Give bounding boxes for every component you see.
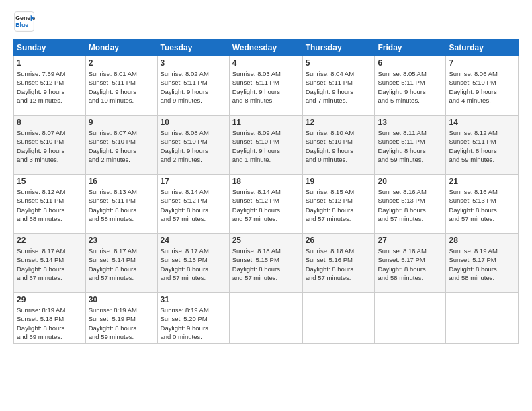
day-number: 28	[449, 236, 515, 245]
calendar-cell: 20Sunrise: 8:16 AM Sunset: 5:13 PM Dayli…	[375, 175, 446, 234]
day-number: 18	[232, 177, 300, 186]
day-info: Sunrise: 8:12 AM Sunset: 5:11 PM Dayligh…	[17, 187, 83, 223]
calendar-cell: 3Sunrise: 8:02 AM Sunset: 5:11 PM Daylig…	[157, 56, 229, 116]
day-number: 31	[161, 295, 226, 304]
day-info: Sunrise: 8:06 AM Sunset: 5:10 PM Dayligh…	[449, 69, 515, 105]
day-number: 24	[161, 236, 226, 245]
logo-icon: General Blue	[13, 11, 35, 32]
day-info: Sunrise: 8:19 AM Sunset: 5:17 PM Dayligh…	[449, 246, 515, 282]
calendar-cell: 8Sunrise: 8:07 AM Sunset: 5:10 PM Daylig…	[14, 116, 86, 175]
calendar-cell: 26Sunrise: 8:18 AM Sunset: 5:16 PM Dayli…	[302, 234, 375, 293]
calendar-cell: 9Sunrise: 8:07 AM Sunset: 5:10 PM Daylig…	[85, 116, 157, 175]
day-number: 25	[232, 236, 300, 245]
calendar-body: 1Sunrise: 7:59 AM Sunset: 5:12 PM Daylig…	[14, 56, 519, 344]
weekday-header-cell: Wednesday	[229, 40, 302, 56]
day-info: Sunrise: 8:07 AM Sunset: 5:10 PM Dayligh…	[89, 128, 154, 164]
day-info: Sunrise: 8:17 AM Sunset: 5:14 PM Dayligh…	[89, 246, 154, 282]
day-number: 14	[449, 118, 515, 127]
calendar-cell: 15Sunrise: 8:12 AM Sunset: 5:11 PM Dayli…	[14, 175, 86, 234]
day-number: 13	[378, 118, 443, 127]
calendar-week-row: 22Sunrise: 8:17 AM Sunset: 5:14 PM Dayli…	[14, 234, 519, 293]
weekday-header-cell: Tuesday	[157, 40, 229, 56]
calendar-cell: 5Sunrise: 8:04 AM Sunset: 5:11 PM Daylig…	[302, 56, 375, 116]
weekday-header-cell: Saturday	[446, 40, 519, 56]
calendar-week-row: 29Sunrise: 8:19 AM Sunset: 5:18 PM Dayli…	[14, 293, 519, 344]
day-number: 26	[306, 236, 372, 245]
calendar-cell: 18Sunrise: 8:14 AM Sunset: 5:12 PM Dayli…	[229, 175, 302, 234]
calendar-table: SundayMondayTuesdayWednesdayThursdayFrid…	[13, 39, 519, 344]
day-number: 15	[17, 177, 83, 186]
calendar-cell: 17Sunrise: 8:14 AM Sunset: 5:12 PM Dayli…	[157, 175, 229, 234]
day-info: Sunrise: 8:10 AM Sunset: 5:10 PM Dayligh…	[306, 128, 372, 164]
day-number: 21	[449, 177, 515, 186]
day-info: Sunrise: 8:17 AM Sunset: 5:15 PM Dayligh…	[161, 246, 226, 282]
day-info: Sunrise: 8:11 AM Sunset: 5:11 PM Dayligh…	[378, 128, 443, 164]
day-number: 10	[161, 118, 226, 127]
day-number: 7	[449, 58, 515, 68]
calendar-week-row: 15Sunrise: 8:12 AM Sunset: 5:11 PM Dayli…	[14, 175, 519, 234]
day-info: Sunrise: 8:09 AM Sunset: 5:10 PM Dayligh…	[232, 128, 300, 164]
calendar-cell: 27Sunrise: 8:18 AM Sunset: 5:17 PM Dayli…	[375, 234, 446, 293]
day-info: Sunrise: 8:03 AM Sunset: 5:11 PM Dayligh…	[232, 69, 300, 105]
calendar-cell: 21Sunrise: 8:16 AM Sunset: 5:13 PM Dayli…	[446, 175, 519, 234]
day-info: Sunrise: 8:19 AM Sunset: 5:18 PM Dayligh…	[17, 306, 83, 341]
day-number: 4	[232, 58, 300, 68]
day-info: Sunrise: 7:59 AM Sunset: 5:12 PM Dayligh…	[17, 69, 83, 105]
calendar-cell: 25Sunrise: 8:18 AM Sunset: 5:15 PM Dayli…	[229, 234, 302, 293]
day-info: Sunrise: 8:18 AM Sunset: 5:15 PM Dayligh…	[232, 246, 300, 282]
day-info: Sunrise: 8:19 AM Sunset: 5:20 PM Dayligh…	[161, 306, 226, 341]
day-number: 19	[306, 177, 372, 186]
day-info: Sunrise: 8:19 AM Sunset: 5:19 PM Dayligh…	[89, 306, 154, 341]
day-info: Sunrise: 8:07 AM Sunset: 5:10 PM Dayligh…	[17, 128, 83, 164]
day-info: Sunrise: 8:18 AM Sunset: 5:16 PM Dayligh…	[306, 246, 372, 282]
calendar-page: General Blue SundayMondayTuesdayWednesda…	[0, 0, 532, 411]
calendar-cell: 22Sunrise: 8:17 AM Sunset: 5:14 PM Dayli…	[14, 234, 86, 293]
day-number: 29	[17, 295, 83, 304]
day-info: Sunrise: 8:15 AM Sunset: 5:12 PM Dayligh…	[306, 187, 372, 223]
day-info: Sunrise: 8:05 AM Sunset: 5:11 PM Dayligh…	[378, 69, 443, 105]
day-number: 5	[306, 58, 372, 68]
calendar-cell: 16Sunrise: 8:13 AM Sunset: 5:11 PM Dayli…	[85, 175, 157, 234]
weekday-header-cell: Monday	[85, 40, 157, 56]
svg-text:Blue: Blue	[15, 21, 28, 28]
day-number: 12	[306, 118, 372, 127]
weekday-header-cell: Thursday	[302, 40, 375, 56]
logo: General Blue	[13, 11, 38, 32]
calendar-cell	[446, 293, 519, 344]
day-number: 30	[89, 295, 154, 304]
day-number: 23	[89, 236, 154, 245]
day-info: Sunrise: 8:18 AM Sunset: 5:17 PM Dayligh…	[378, 246, 443, 282]
day-info: Sunrise: 8:01 AM Sunset: 5:11 PM Dayligh…	[89, 69, 154, 105]
day-info: Sunrise: 8:16 AM Sunset: 5:13 PM Dayligh…	[378, 187, 443, 223]
calendar-week-row: 1Sunrise: 7:59 AM Sunset: 5:12 PM Daylig…	[14, 56, 519, 116]
day-info: Sunrise: 8:14 AM Sunset: 5:12 PM Dayligh…	[161, 187, 226, 223]
day-number: 9	[89, 118, 154, 127]
weekday-header-cell: Sunday	[14, 40, 86, 56]
day-info: Sunrise: 8:08 AM Sunset: 5:10 PM Dayligh…	[161, 128, 226, 164]
header: General Blue	[13, 11, 519, 32]
day-info: Sunrise: 8:13 AM Sunset: 5:11 PM Dayligh…	[89, 187, 154, 223]
calendar-cell: 31Sunrise: 8:19 AM Sunset: 5:20 PM Dayli…	[157, 293, 229, 344]
calendar-cell: 4Sunrise: 8:03 AM Sunset: 5:11 PM Daylig…	[229, 56, 302, 116]
calendar-cell: 2Sunrise: 8:01 AM Sunset: 5:11 PM Daylig…	[85, 56, 157, 116]
day-number: 3	[161, 58, 226, 68]
day-number: 11	[232, 118, 300, 127]
calendar-cell: 10Sunrise: 8:08 AM Sunset: 5:10 PM Dayli…	[157, 116, 229, 175]
calendar-cell	[302, 293, 375, 344]
day-number: 22	[17, 236, 83, 245]
calendar-cell: 6Sunrise: 8:05 AM Sunset: 5:11 PM Daylig…	[375, 56, 446, 116]
day-number: 17	[161, 177, 226, 186]
day-info: Sunrise: 8:02 AM Sunset: 5:11 PM Dayligh…	[161, 69, 226, 105]
day-info: Sunrise: 8:04 AM Sunset: 5:11 PM Dayligh…	[306, 69, 372, 105]
calendar-cell: 24Sunrise: 8:17 AM Sunset: 5:15 PM Dayli…	[157, 234, 229, 293]
weekday-header-row: SundayMondayTuesdayWednesdayThursdayFrid…	[14, 40, 519, 56]
day-number: 27	[378, 236, 443, 245]
calendar-cell: 1Sunrise: 7:59 AM Sunset: 5:12 PM Daylig…	[14, 56, 86, 116]
calendar-cell: 19Sunrise: 8:15 AM Sunset: 5:12 PM Dayli…	[302, 175, 375, 234]
calendar-cell: 11Sunrise: 8:09 AM Sunset: 5:10 PM Dayli…	[229, 116, 302, 175]
weekday-header-cell: Friday	[375, 40, 446, 56]
calendar-cell: 28Sunrise: 8:19 AM Sunset: 5:17 PM Dayli…	[446, 234, 519, 293]
day-number: 16	[89, 177, 154, 186]
day-info: Sunrise: 8:14 AM Sunset: 5:12 PM Dayligh…	[232, 187, 300, 223]
day-number: 8	[17, 118, 83, 127]
